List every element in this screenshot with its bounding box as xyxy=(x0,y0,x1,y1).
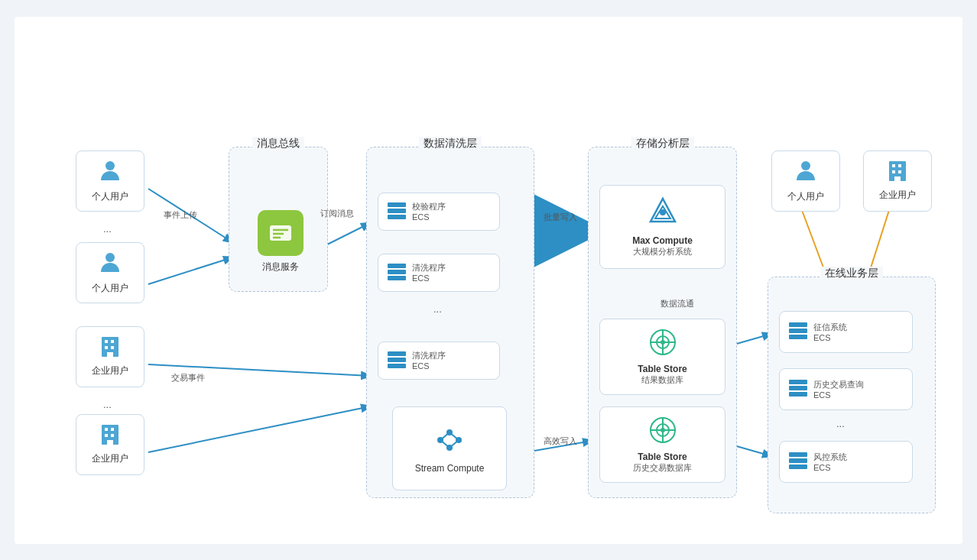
svg-rect-65 xyxy=(892,170,895,173)
credit-system-name: 征信系统 xyxy=(813,322,847,333)
credit-ecs-icon xyxy=(787,319,809,344)
svg-rect-17 xyxy=(111,340,114,343)
maxcompute-icon xyxy=(646,196,680,232)
trade-event-label: 交易事件 xyxy=(171,372,205,384)
ecs-clean2-label: ECS xyxy=(412,361,446,371)
svg-rect-33 xyxy=(388,215,406,219)
svg-rect-64 xyxy=(898,164,901,167)
svg-rect-16 xyxy=(105,340,108,343)
svg-rect-22 xyxy=(105,428,108,431)
svg-rect-32 xyxy=(388,209,406,213)
stream-compute-label: Stream Compute xyxy=(415,463,485,474)
tablestore2-icon xyxy=(648,415,678,448)
credit-system-box: 征信系统 ECS xyxy=(779,311,913,353)
history-ecs-icon xyxy=(787,377,809,401)
right-enterprise-user-label: 企业用户 xyxy=(879,189,916,202)
efficient-write-label: 高效写入 xyxy=(544,435,577,447)
person-icon-1 xyxy=(98,159,122,187)
history-query-name: 历史交易查询 xyxy=(813,379,864,390)
svg-rect-66 xyxy=(898,170,901,173)
maxcompute-box: Max Compute 大规模分析系统 xyxy=(599,185,725,269)
svg-rect-73 xyxy=(789,392,807,397)
storage-analysis-title: 存储分析层 xyxy=(631,137,694,151)
tablestore2-sub: 历史交易数据库 xyxy=(633,462,692,474)
svg-rect-63 xyxy=(892,164,895,167)
svg-rect-18 xyxy=(105,346,108,349)
enterprise-user-2: 企业用户 xyxy=(76,414,144,475)
right-personal-user-label: 个人用户 xyxy=(787,190,824,203)
history-query-ecs: ECS xyxy=(813,390,864,400)
svg-rect-25 xyxy=(111,434,114,437)
ecs-clean2-name: 清洗程序 xyxy=(412,350,446,361)
ecs-clean1-name: 清洗程序 xyxy=(412,262,446,274)
svg-rect-67 xyxy=(894,176,901,181)
tablestore1-icon xyxy=(648,327,678,361)
svg-rect-39 xyxy=(388,364,406,368)
ecs-stack-icon-1 xyxy=(386,199,407,224)
data-flow-label: 数据流通 xyxy=(661,298,694,309)
personal-user-2: 个人用户 xyxy=(76,242,144,303)
building-icon-1 xyxy=(99,335,122,361)
svg-line-46 xyxy=(450,440,459,448)
risk-control-name: 风控系统 xyxy=(813,452,847,463)
svg-line-47 xyxy=(440,440,450,448)
message-bus-title: 消息总线 xyxy=(252,137,304,151)
svg-line-45 xyxy=(450,432,459,440)
enterprise-user-2-label: 企业用户 xyxy=(92,452,128,465)
right-person-icon xyxy=(794,159,818,187)
svg-rect-31 xyxy=(388,202,406,207)
personal-user-1: 个人用户 xyxy=(76,151,144,212)
svg-rect-38 xyxy=(388,358,406,362)
subscribe-message-label: 订阅消息 xyxy=(320,208,354,219)
risk-ecs-icon xyxy=(787,449,809,474)
svg-rect-37 xyxy=(388,351,406,356)
maxcompute-sub: 大规模分析系统 xyxy=(633,246,692,257)
dots-personal: ... xyxy=(103,223,112,235)
svg-rect-76 xyxy=(789,465,807,469)
stream-compute-box: Stream Compute xyxy=(392,406,507,490)
svg-point-50 xyxy=(660,209,666,215)
tablestore1-sub: 结果数据库 xyxy=(641,374,683,386)
right-building-icon xyxy=(886,160,909,186)
person-icon-2 xyxy=(98,251,122,279)
svg-rect-26 xyxy=(107,440,113,445)
svg-rect-20 xyxy=(107,352,113,357)
ecs-stack-icon-3 xyxy=(386,348,407,373)
risk-control-ecs: ECS xyxy=(813,463,847,472)
tablestore2-name: Table Store xyxy=(638,452,686,462)
ecs-clean-1: 清洗程序 ECS xyxy=(378,254,500,292)
ecs-clean-2: 清洗程序 ECS xyxy=(378,342,500,380)
right-enterprise-user: 企业用户 xyxy=(863,151,932,212)
enterprise-user-1: 企业用户 xyxy=(76,326,144,387)
svg-point-61 xyxy=(801,161,810,170)
maxcompute-name: Max Compute xyxy=(632,235,693,246)
svg-rect-23 xyxy=(111,428,114,431)
svg-point-13 xyxy=(105,161,115,170)
online-business-title: 在线业务层 xyxy=(820,267,883,280)
svg-rect-19 xyxy=(111,346,114,349)
ecs-verify-label: ECS xyxy=(412,212,446,222)
batch-write-label: 批量写入 xyxy=(544,212,577,223)
data-clean-title: 数据清洗层 xyxy=(419,137,482,151)
message-service-label: 消息服务 xyxy=(262,261,299,274)
enterprise-user-1-label: 企业用户 xyxy=(92,364,128,377)
tablestore1-name: Table Store xyxy=(638,364,686,374)
svg-rect-70 xyxy=(789,335,807,339)
ecs-clean1-label: ECS xyxy=(412,274,446,283)
ecs-verify: 校验程序 ECS xyxy=(378,193,500,231)
ecs-verify-name: 校验程序 xyxy=(412,201,446,212)
history-query-box: 历史交易查询 ECS xyxy=(779,368,913,410)
dots-enterprise: ... xyxy=(103,399,112,410)
svg-rect-75 xyxy=(789,458,807,463)
main-diagram: 消息总线 数据清洗层 存储分析层 在线业务层 个人用户 ... 个人用户 xyxy=(15,17,962,544)
personal-user-1-label: 个人用户 xyxy=(92,190,128,203)
svg-rect-35 xyxy=(388,270,406,274)
svg-rect-69 xyxy=(789,329,807,333)
message-service-box: 消息服务 xyxy=(242,200,319,284)
tablestore1-box: Table Store 结果数据库 xyxy=(599,319,725,395)
message-icon xyxy=(258,210,303,256)
svg-rect-68 xyxy=(789,322,807,327)
tablestore2-box: Table Store 历史交易数据库 xyxy=(599,406,725,483)
svg-rect-34 xyxy=(388,264,406,268)
building-icon-2 xyxy=(99,423,122,449)
